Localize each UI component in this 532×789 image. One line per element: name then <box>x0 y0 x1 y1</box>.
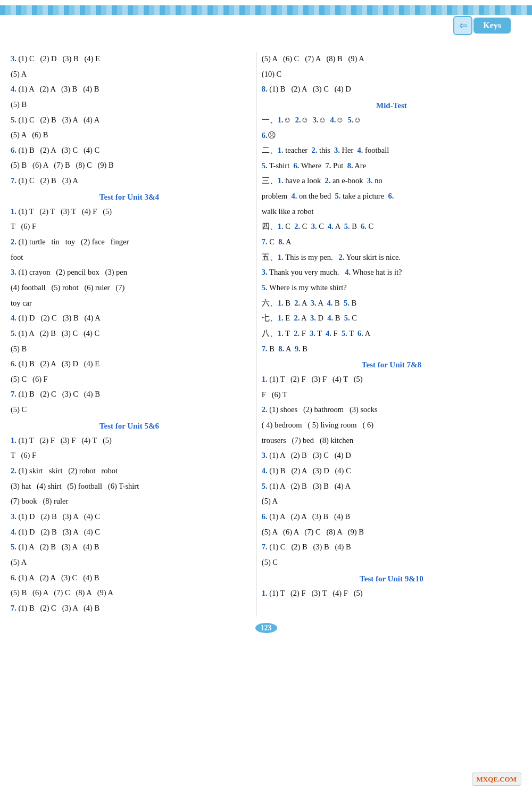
u78-q2-b: ( 4) bedroom ( 5) living room ( 6) <box>262 418 521 432</box>
u34-q2-foot: foot <box>11 251 248 264</box>
q6-line2: (5) B (6) A (7) B (8) C (9) B <box>11 159 248 172</box>
u34-q3: 3. (1) crayon (2) pencil box (3) pen <box>11 266 248 279</box>
u34-q7-b: (5) C <box>11 403 248 416</box>
u78-q2-c: trousers (7) bed (8) kitchen <box>262 434 521 447</box>
mid-1: 一、1.☺ 2.☺ 3.☺ 4.☺ 5.☺ <box>262 113 521 127</box>
u56-q2-c: (7) book (8) ruler <box>11 495 248 508</box>
q6-line1: 6. (1) B (2) A (3) C (4) C <box>11 144 248 157</box>
q4-line1: 4. (1) A (2) A (3) B (4) B <box>11 83 248 96</box>
u56-q4: 4. (1) D (2) B (3) A (4) C <box>11 525 248 539</box>
u78-q1-b: F (6) T <box>262 388 521 401</box>
watermark-brand: MXQE.COM <box>472 772 521 786</box>
page: ⇦ Keys 3. (1) C (2) D (3) B (4) E (5) A … <box>0 0 532 789</box>
u78-q7-b: (5) C <box>262 556 521 569</box>
u34-q2: 2. (1) turtle tin toy (2) face finger <box>11 235 248 249</box>
top-border <box>0 5 532 15</box>
mid-7: 七、1. E 2. A 3. D 4. B 5. C <box>262 311 521 325</box>
u910-q1: 1. (1) T (2) F (3) T (4) F (5) <box>262 587 521 600</box>
u78-q4: 4. (1) B (2) A (3) D (4) C <box>262 464 521 478</box>
mid-5c: 5. Where is my white shirt? <box>262 281 521 294</box>
page-number: 123 <box>0 624 532 632</box>
r-q8: 8. (1) B (2) A (3) C (4) D <box>262 83 521 96</box>
u34-q5-b: (5) B <box>11 342 248 356</box>
u78-q5: 5. (1) A (2) B (3) B (4) A <box>262 480 521 493</box>
mid-1b: 6.☹ <box>262 129 521 142</box>
u34-q5: 5. (1) A (2) B (3) C (4) C <box>11 327 248 340</box>
mid-2b: 5. T-shirt 6. Where 7. Put 8. Are <box>262 159 521 172</box>
section-title-56: Test for Unit 5&6 <box>11 422 248 431</box>
mid-3: 三、1. have a look 2. an e-book 3. no <box>262 174 521 187</box>
r-line1: (5) A (6) C (7) A (8) B (9) A <box>262 52 521 65</box>
u56-q6-b: (5) B (6) A (7) C (8) A (9) A <box>11 586 248 599</box>
q5-line2: (5) A (6) B <box>11 128 248 142</box>
mid-4: 四、1. C 2. C 3. C 4. A 5. B 6. C <box>262 220 521 233</box>
u34-q1: 1. (1) T (2) T (3) T (4) F (5) <box>11 205 248 218</box>
u56-q6: 6. (1) A (2) A (3) C (4) B <box>11 571 248 585</box>
mid-8b: 7. B 8. A 9. B <box>262 342 521 356</box>
main-content: 3. (1) C (2) D (3) B (4) E (5) A 4. (1) … <box>0 52 532 617</box>
q3-line2: (5) A <box>11 68 248 81</box>
mid-5: 五、1. This is my pen. 2. Your skirt is ni… <box>262 251 521 264</box>
mid-3c: walk like a robot <box>262 205 521 218</box>
right-column: (5) A (6) C (7) A (8) B (9) A (10) C 8. … <box>256 52 521 617</box>
u78-q2: 2. (1) shoes (2) bathroom (3) socks <box>262 403 521 416</box>
u78-q6-b: (5) A (6) A (7) C (8) A (9) B <box>262 525 521 539</box>
left-column: 3. (1) C (2) D (3) B (4) E (5) A 4. (1) … <box>11 52 256 617</box>
u56-q2: 2. (1) skirt skirt (2) robot robot <box>11 464 248 478</box>
u56-q1-b: T (6) F <box>11 449 248 462</box>
mid-4b: 7. C 8. A <box>262 235 521 249</box>
keys-arrow-icon: ⇦ <box>453 16 472 35</box>
u34-q6-b: (5) C (6) F <box>11 373 248 386</box>
section-title-910: Test for Unit 9&10 <box>262 574 521 583</box>
u56-q1: 1. (1) T (2) F (3) F (4) T (5) <box>11 434 248 447</box>
u34-q1-cont: T (6) F <box>11 220 248 233</box>
u78-q1: 1. (1) T (2) F (3) F (4) T (5) <box>262 373 521 386</box>
u34-q4: 4. (1) D (2) C (3) B (4) A <box>11 311 248 325</box>
u34-q3-c: toy car <box>11 297 248 310</box>
mid-3b: problem 4. on the bed 5. take a picture … <box>262 190 521 203</box>
section-title-34: Test for Unit 3&4 <box>11 193 248 202</box>
keys-label: Keys <box>473 18 511 34</box>
u56-q5: 5. (1) A (2) B (3) A (4) B <box>11 540 248 554</box>
q4-line2: (5) B <box>11 98 248 111</box>
mid-6: 六、1. B 2. A 3. A 4. B 5. B <box>262 297 521 310</box>
r-line2: (10) C <box>262 68 521 81</box>
u78-q7: 7. (1) C (2) B (3) B (4) B <box>262 540 521 554</box>
q5-line1: 5. (1) C (2) B (3) A (4) A <box>11 113 248 127</box>
keys-badge: ⇦ Keys <box>453 16 511 35</box>
u34-q3-b: (4) football (5) robot (6) ruler (7) <box>11 281 248 294</box>
section-title-78: Test for Unit 7&8 <box>262 360 521 369</box>
mid-test-title: Mid-Test <box>262 101 521 110</box>
u34-q6: 6. (1) B (2) A (3) D (4) E <box>11 357 248 371</box>
u56-q7: 7. (1) B (2) C (3) A (4) B <box>11 602 248 615</box>
q3-line1: 3. (1) C (2) D (3) B (4) E <box>11 52 248 65</box>
u78-q3: 3. (1) A (2) B (3) C (4) D <box>262 449 521 462</box>
u56-q2-b: (3) hat (4) shirt (5) football (6) T-shi… <box>11 480 248 493</box>
q7-line1: 7. (1) C (2) B (3) A <box>11 174 248 187</box>
u56-q3: 3. (1) D (2) B (3) A (4) C <box>11 510 248 523</box>
mid-5b: 3. Thank you very much. 4. Whose hat is … <box>262 266 521 279</box>
u78-q6: 6. (1) A (2) A (3) B (4) B <box>262 510 521 523</box>
u78-q5-b: (5) A <box>262 495 521 508</box>
mid-2: 二、1. teacher 2. this 3. Her 4. football <box>262 144 521 157</box>
watermark: MXQE.COM <box>472 775 521 784</box>
mid-8: 八、1. T 2. F 3. T 4. F 5. T 6. A <box>262 327 521 340</box>
u34-q7: 7. (1) B (2) C (3) C (4) B <box>11 388 248 401</box>
u56-q5-b: (5) A <box>11 556 248 569</box>
